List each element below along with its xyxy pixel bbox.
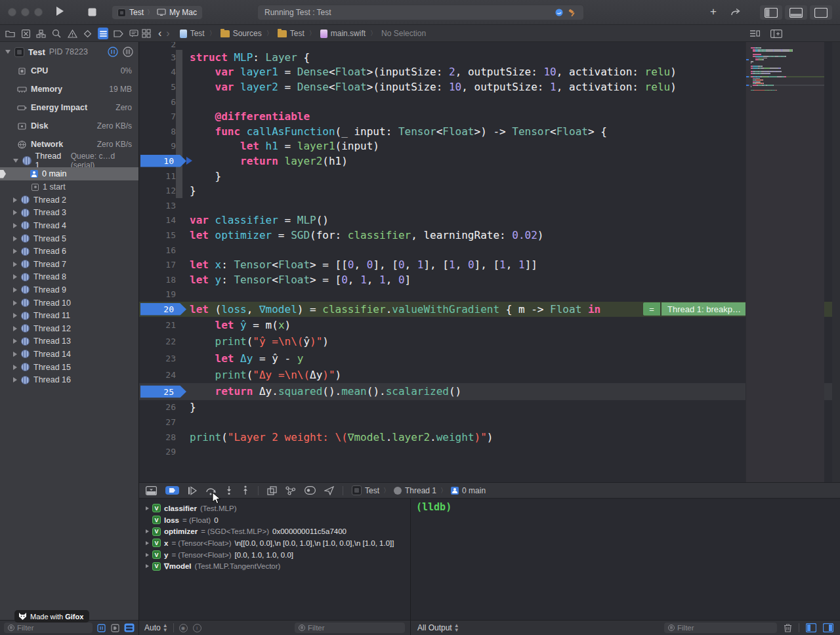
gauge-row-energy-impact[interactable]: Energy ImpactZero: [0, 98, 138, 117]
gauge-row-memory[interactable]: Memory19 MB: [0, 80, 138, 98]
project-navigator-tab[interactable]: [5, 28, 16, 39]
debug-jump-item[interactable]: Test: [352, 485, 379, 495]
disclosure-closed-icon[interactable]: [146, 506, 149, 510]
thread-row[interactable]: Thread 13: [0, 335, 138, 348]
toggle-navigator-button[interactable]: [760, 5, 782, 20]
debug-jump-item[interactable]: Thread 1: [394, 486, 436, 495]
clear-console-trash-icon[interactable]: [784, 623, 792, 632]
variable-row[interactable]: V∇model(Test.MLP.TangentVector): [139, 560, 410, 572]
gutter[interactable]: 6: [139, 94, 190, 110]
gutter[interactable]: 7: [139, 109, 190, 124]
pause-process-icon[interactable]: [108, 47, 118, 57]
environment-overrides-button-icon[interactable]: [304, 486, 316, 495]
gutter[interactable]: 29: [139, 444, 190, 459]
breadcrumb-item[interactable]: Test: [180, 29, 205, 38]
variable-row[interactable]: Vloss= (Float)0: [139, 514, 410, 526]
view-mode-icon[interactable]: [123, 47, 133, 57]
gutter[interactable]: 27: [139, 415, 190, 430]
console-view[interactable]: (lldb): [410, 499, 840, 620]
view-mode-toggle-icon[interactable]: [124, 623, 135, 632]
show-breakpoints-icon[interactable]: [110, 624, 120, 632]
variables-filter-input[interactable]: Filter: [295, 623, 405, 633]
disclosure-closed-icon[interactable]: [13, 287, 17, 293]
process-header-row[interactable]: Test PID 78223: [0, 42, 138, 62]
disclosure-closed-icon[interactable]: [13, 262, 17, 267]
disclosure-closed-icon[interactable]: [13, 326, 17, 331]
back-button[interactable]: ‹: [158, 28, 161, 39]
related-items-icon[interactable]: [142, 29, 151, 38]
symbol-navigator-tab[interactable]: [36, 28, 47, 39]
thread-row[interactable]: Thread 14: [0, 348, 138, 361]
thread-row[interactable]: Thread 6: [0, 245, 138, 258]
minimap[interactable]: [746, 42, 824, 482]
gutter[interactable]: 8: [139, 124, 190, 139]
breakpoint-navigator-tab[interactable]: [114, 28, 124, 39]
breakpoint-indicator[interactable]: 20: [140, 303, 186, 316]
variable-row[interactable]: Voptimizer= (SGD<Test.MLP>)0x000000011c5…: [139, 525, 410, 537]
variables-pane-toggle-icon[interactable]: [806, 623, 816, 632]
breakpoints-toggle-button[interactable]: [165, 486, 179, 495]
thread-row[interactable]: Thread 15: [0, 361, 138, 374]
gutter[interactable]: 11: [139, 169, 190, 184]
thread-row[interactable]: Thread 3: [0, 207, 138, 220]
console-scope-select[interactable]: All Output ▲▼: [417, 623, 459, 632]
minimize-window-button[interactable]: [21, 8, 30, 16]
view-hierarchy-button-icon[interactable]: [267, 486, 277, 495]
disclosure-open-icon[interactable]: [13, 159, 18, 163]
editor-options-icon[interactable]: [749, 30, 760, 37]
gutter[interactable]: 9: [139, 139, 190, 154]
gutter[interactable]: 10: [139, 154, 190, 169]
console-pane-toggle-icon[interactable]: [823, 623, 833, 632]
console-filter-input[interactable]: Filter: [664, 623, 777, 633]
disclosure-closed-icon[interactable]: [13, 365, 17, 370]
disclosure-closed-icon[interactable]: [13, 377, 17, 382]
step-into-button-icon[interactable]: [225, 485, 233, 495]
source-control-navigator-tab[interactable]: [21, 28, 32, 39]
flat-view-button[interactable]: ◉: [179, 624, 188, 632]
test-navigator-tab[interactable]: [83, 28, 93, 39]
breadcrumb-item[interactable]: No Selection: [381, 29, 426, 38]
breadcrumb-item[interactable]: main.swift: [320, 29, 366, 38]
gutter[interactable]: 22: [139, 333, 190, 350]
gutter[interactable]: 20: [139, 302, 190, 317]
gauge-row-disk[interactable]: DiskZero KB/s: [0, 117, 138, 135]
gutter[interactable]: 12: [139, 183, 190, 198]
disclosure-closed-icon[interactable]: [146, 541, 149, 545]
gutter[interactable]: 17: [139, 257, 190, 272]
breadcrumb-item[interactable]: Test: [278, 29, 304, 38]
disclosure-closed-icon[interactable]: [13, 300, 17, 306]
disclosure-closed-icon[interactable]: [146, 564, 149, 568]
add-editor-icon[interactable]: [770, 30, 782, 38]
thread-row[interactable]: Thread 8: [0, 271, 138, 284]
gutter[interactable]: 3: [139, 50, 190, 65]
variable-row[interactable]: Vx= (Tensor<Float>)\n[[0.0, 0.0],\n [0.0…: [139, 537, 410, 549]
variable-row[interactable]: Vclassifier(Test.MLP): [139, 502, 410, 514]
gutter[interactable]: 23: [139, 350, 190, 366]
gutter[interactable]: 18: [139, 272, 190, 287]
thread-1-row[interactable]: Thread 1Queue: c…d (serial): [0, 154, 138, 167]
stack-frame-0-main-row[interactable]: 0 main: [0, 167, 138, 180]
gutter[interactable]: 25: [139, 383, 190, 399]
gutter[interactable]: 14: [139, 213, 190, 228]
variables-scope-select[interactable]: Auto ▲▼: [144, 623, 168, 632]
breadcrumb-item[interactable]: Sources: [220, 29, 262, 38]
toggle-inspector-button[interactable]: [810, 5, 832, 20]
breakpoint-indicator[interactable]: 10: [140, 155, 186, 167]
disclosure-closed-icon[interactable]: [13, 338, 17, 344]
thread-row[interactable]: Thread 11: [0, 309, 138, 322]
simulate-location-button-icon[interactable]: [324, 486, 334, 495]
info-button[interactable]: i: [193, 624, 201, 632]
memory-graph-button-icon[interactable]: [285, 486, 296, 495]
show-paused-only-icon[interactable]: [96, 624, 106, 632]
disclosure-closed-icon[interactable]: [13, 313, 17, 318]
gutter[interactable]: 24: [139, 367, 190, 383]
thread-row[interactable]: Thread 16: [0, 373, 138, 386]
gutter[interactable]: 16: [139, 243, 190, 258]
stack-frame-1-start-row[interactable]: 1 start: [0, 180, 138, 194]
disclosure-closed-icon[interactable]: [146, 553, 149, 557]
disclosure-closed-icon[interactable]: [13, 249, 17, 254]
continue-button-icon[interactable]: [188, 486, 197, 495]
thread-row[interactable]: Thread 7: [0, 258, 138, 271]
debug-jump-item[interactable]: 0 main: [451, 486, 486, 495]
run-button[interactable]: [55, 6, 65, 16]
